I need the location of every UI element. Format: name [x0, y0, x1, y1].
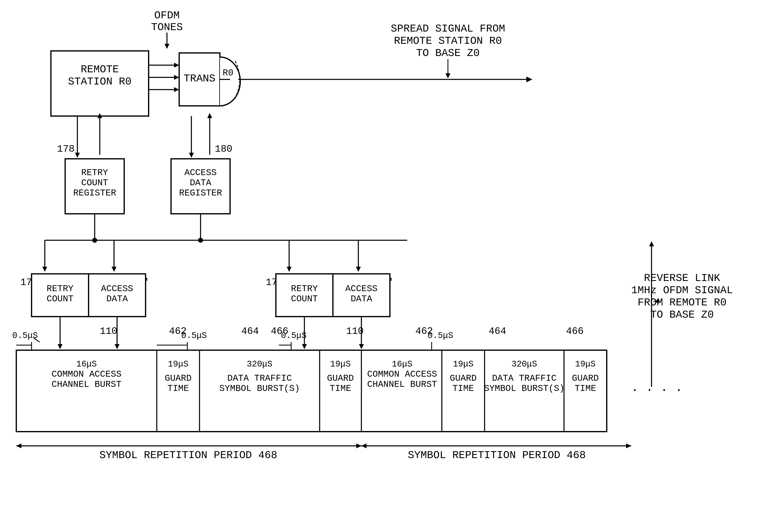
data-traffic-1-line1: DATA TRAFFIC — [227, 373, 292, 383]
t-05us-4: 0.5μS — [428, 331, 453, 340]
svg-point-45 — [92, 238, 97, 243]
ref-178-label: 178 — [57, 143, 75, 155]
t-16us-2: 16μS — [392, 359, 412, 369]
r0-label: R0 — [223, 68, 233, 78]
svg-text:COUNT: COUNT — [81, 178, 108, 188]
svg-point-46 — [198, 238, 203, 243]
spread-signal-label: SPREAD SIGNAL FROM — [391, 23, 505, 35]
guard-time-2-line1: GUARD — [327, 373, 354, 383]
reverse-link-line2: 1MHz OFDM SIGNAL — [631, 284, 733, 296]
common-access-1-line1: COMMON ACCESS — [51, 369, 121, 379]
svg-text:REGISTER: REGISTER — [73, 188, 116, 198]
svg-text:COUNT: COUNT — [291, 294, 318, 304]
data-traffic-2-line2: SYMBOL BURST(S) — [484, 383, 564, 394]
svg-text:STATION R0: STATION R0 — [68, 76, 132, 88]
guard-time-1-line1: GUARD — [165, 373, 192, 383]
symbol-period-2-label: SYMBOL REPETITION PERIOD 468 — [408, 449, 586, 461]
svg-text:TONES: TONES — [151, 21, 183, 33]
ofdm-tones-label: OFDM — [154, 10, 180, 21]
data-traffic-1-line2: SYMBOL BURST(S) — [219, 383, 300, 394]
guard-time-4-line1: GUARD — [572, 373, 599, 383]
svg-text:TO BASE Z0: TO BASE Z0 — [416, 47, 480, 59]
t-19us-2: 19μS — [330, 359, 351, 369]
svg-text:DATA: DATA — [350, 294, 372, 304]
t-16us-1: 16μS — [76, 359, 97, 369]
continuation-dots: . . . . — [631, 381, 682, 395]
common-access-2-line1: COMMON ACCESS — [367, 369, 437, 379]
svg-text:REGISTER: REGISTER — [179, 188, 222, 198]
guard-time-1-line2: TIME — [167, 383, 189, 394]
t-320us-1: 320μS — [247, 359, 272, 369]
t-19us-3: 19μS — [453, 359, 473, 369]
common-access-2-line2: CHANNEL BURST — [367, 379, 437, 390]
trans-label: TRANS — [184, 73, 215, 85]
ref-110-left: 110 — [100, 326, 117, 337]
t-05us-3: 0.5μS — [281, 331, 307, 340]
svg-text:COUNT: COUNT — [46, 294, 74, 304]
access-data-left-label: ACCESS — [101, 283, 133, 294]
svg-text:DATA: DATA — [106, 294, 128, 304]
t-05us-2: 0.5μS — [181, 331, 207, 340]
access-data-right-label: ACCESS — [345, 283, 378, 294]
ref-464-right: 464 — [489, 326, 506, 337]
retry-count-right-label: RETRY — [291, 283, 318, 294]
common-access-1-line2: CHANNEL BURST — [51, 379, 121, 390]
ref-180-label: 180 — [215, 143, 232, 155]
reverse-link-line3: FROM REMOTE R0 — [638, 297, 727, 309]
retry-count-left-label: RETRY — [46, 283, 74, 294]
t-320us-2: 320μS — [511, 359, 537, 369]
ref-464-left: 464 — [241, 326, 259, 337]
ref-466-right: 466 — [566, 326, 584, 337]
svg-text:REMOTE STATION R0: REMOTE STATION R0 — [394, 35, 502, 47]
reverse-link-line1: REVERSE LINK — [644, 272, 720, 284]
t-05us-1: 0.5μS — [12, 331, 38, 340]
retry-count-register-label: RETRY — [81, 167, 108, 178]
guard-time-4-line2: TIME — [575, 383, 596, 394]
symbol-period-1-label: SYMBOL REPETITION PERIOD 468 — [99, 449, 277, 461]
access-data-register-label: ACCESS — [184, 167, 217, 178]
reverse-link-line4: TO BASE Z0 — [650, 309, 714, 321]
guard-time-3-line1: GUARD — [450, 373, 477, 383]
t-19us-4: 19μS — [575, 359, 596, 369]
diagram-container: OFDM TONES REMOTE STATION R0 TRANS R0 SP… — [0, 0, 757, 532]
remote-station-label: REMOTE — [81, 64, 119, 75]
data-traffic-2-line1: DATA TRAFFIC — [492, 373, 557, 383]
svg-text:DATA: DATA — [190, 178, 211, 188]
guard-time-3-line2: TIME — [452, 383, 474, 394]
t-19us-1: 19μS — [168, 359, 189, 369]
guard-time-2-line2: TIME — [330, 383, 351, 394]
ref-110-right: 110 — [346, 326, 364, 337]
